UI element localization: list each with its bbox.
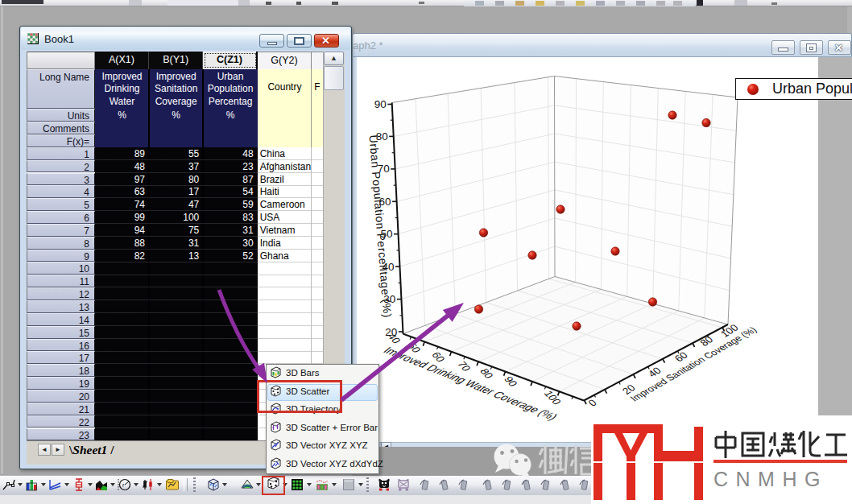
svg-text:90: 90 — [374, 98, 387, 110]
svg-text:0: 0 — [586, 398, 599, 408]
svg-text:80: 80 — [478, 366, 496, 380]
svg-text:r: r — [122, 482, 125, 488]
svg-text:Urban Population Percentage (%: Urban Population Percentage (%) — [367, 134, 395, 319]
